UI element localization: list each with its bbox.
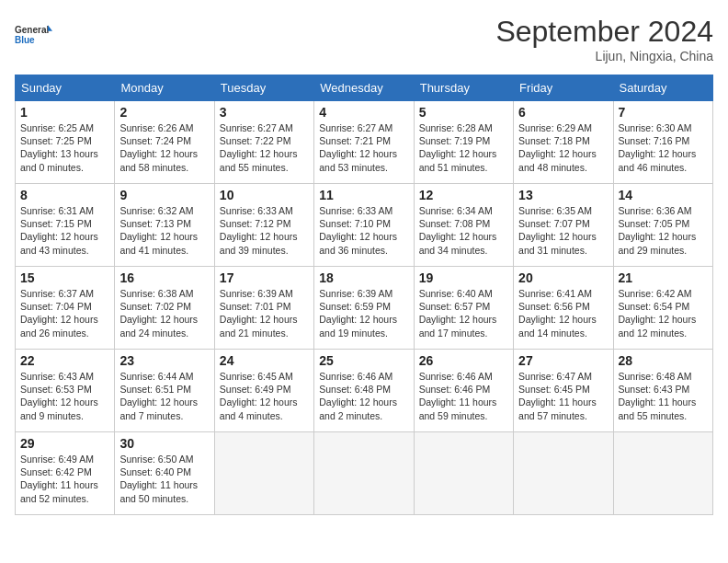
table-row: 21Sunrise: 6:42 AMSunset: 6:54 PMDayligh… bbox=[613, 267, 712, 350]
table-row: 10Sunrise: 6:33 AMSunset: 7:12 PMDayligh… bbox=[214, 184, 313, 267]
day-number: 11 bbox=[319, 188, 408, 202]
calendar-week-row: 29Sunrise: 6:49 AMSunset: 6:42 PMDayligh… bbox=[16, 432, 713, 515]
day-number: 30 bbox=[119, 436, 209, 451]
table-row: 6Sunrise: 6:29 AMSunset: 7:18 PMDaylight… bbox=[514, 101, 613, 184]
day-number: 23 bbox=[119, 353, 209, 368]
day-number: 7 bbox=[619, 105, 708, 120]
day-info: Sunrise: 6:27 AMSunset: 7:21 PMDaylight:… bbox=[319, 122, 397, 173]
day-info: Sunrise: 6:33 AMSunset: 7:12 PMDaylight:… bbox=[220, 205, 298, 256]
table-row: 11Sunrise: 6:33 AMSunset: 7:10 PMDayligh… bbox=[314, 184, 414, 267]
day-number: 14 bbox=[619, 188, 708, 202]
table-row bbox=[613, 432, 712, 515]
table-row: 3Sunrise: 6:27 AMSunset: 7:22 PMDaylight… bbox=[214, 101, 313, 184]
day-info: Sunrise: 6:40 AMSunset: 6:57 PMDaylight:… bbox=[419, 288, 497, 339]
svg-marker-2 bbox=[48, 25, 52, 31]
day-info: Sunrise: 6:46 AMSunset: 6:48 PMDaylight:… bbox=[319, 371, 397, 421]
day-number: 6 bbox=[518, 105, 608, 120]
col-saturday: Saturday bbox=[613, 75, 712, 101]
table-row: 26Sunrise: 6:46 AMSunset: 6:46 PMDayligh… bbox=[414, 350, 513, 432]
day-number: 4 bbox=[319, 105, 408, 120]
day-info: Sunrise: 6:29 AMSunset: 7:18 PMDaylight:… bbox=[518, 122, 597, 173]
day-info: Sunrise: 6:36 AMSunset: 7:05 PMDaylight:… bbox=[619, 205, 697, 256]
table-row bbox=[514, 432, 613, 515]
title-block: September 2024 Lijun, Ningxia, China bbox=[495, 15, 713, 63]
day-number: 20 bbox=[518, 270, 608, 285]
table-row bbox=[214, 432, 313, 515]
day-number: 9 bbox=[119, 188, 209, 202]
calendar-week-row: 15Sunrise: 6:37 AMSunset: 7:04 PMDayligh… bbox=[16, 267, 713, 350]
calendar-header-row: Sunday Monday Tuesday Wednesday Thursday… bbox=[16, 75, 713, 101]
table-row: 8Sunrise: 6:31 AMSunset: 7:15 PMDaylight… bbox=[16, 184, 115, 267]
day-info: Sunrise: 6:44 AMSunset: 6:51 PMDaylight:… bbox=[119, 371, 198, 421]
day-info: Sunrise: 6:34 AMSunset: 7:08 PMDaylight:… bbox=[419, 205, 497, 256]
day-number: 22 bbox=[20, 353, 109, 368]
table-row: 18Sunrise: 6:39 AMSunset: 6:59 PMDayligh… bbox=[314, 267, 414, 350]
day-info: Sunrise: 6:26 AMSunset: 7:24 PMDaylight:… bbox=[119, 122, 198, 173]
month-title: September 2024 bbox=[495, 15, 713, 49]
table-row: 30Sunrise: 6:50 AMSunset: 6:40 PMDayligh… bbox=[115, 432, 214, 515]
table-row: 23Sunrise: 6:44 AMSunset: 6:51 PMDayligh… bbox=[115, 350, 214, 432]
day-info: Sunrise: 6:38 AMSunset: 7:02 PMDaylight:… bbox=[119, 288, 198, 339]
day-info: Sunrise: 6:47 AMSunset: 6:45 PMDaylight:… bbox=[518, 371, 597, 421]
table-row: 28Sunrise: 6:48 AMSunset: 6:43 PMDayligh… bbox=[613, 350, 712, 432]
calendar-week-row: 1Sunrise: 6:25 AMSunset: 7:25 PMDaylight… bbox=[16, 101, 713, 184]
day-info: Sunrise: 6:49 AMSunset: 6:42 PMDaylight:… bbox=[20, 454, 98, 504]
svg-text:Blue: Blue bbox=[15, 35, 35, 45]
day-number: 29 bbox=[20, 436, 109, 451]
table-row: 16Sunrise: 6:38 AMSunset: 7:02 PMDayligh… bbox=[115, 267, 214, 350]
table-row bbox=[314, 432, 414, 515]
day-number: 1 bbox=[20, 105, 109, 120]
day-number: 28 bbox=[619, 353, 708, 368]
table-row: 19Sunrise: 6:40 AMSunset: 6:57 PMDayligh… bbox=[414, 267, 513, 350]
svg-text:General: General bbox=[15, 25, 49, 35]
day-number: 19 bbox=[419, 270, 508, 285]
day-number: 8 bbox=[20, 188, 109, 202]
col-thursday: Thursday bbox=[414, 75, 513, 101]
day-info: Sunrise: 6:43 AMSunset: 6:53 PMDaylight:… bbox=[20, 371, 98, 421]
day-number: 5 bbox=[419, 105, 508, 120]
table-row: 22Sunrise: 6:43 AMSunset: 6:53 PMDayligh… bbox=[16, 350, 115, 432]
day-number: 24 bbox=[220, 353, 309, 368]
day-number: 12 bbox=[419, 188, 508, 202]
table-row: 13Sunrise: 6:35 AMSunset: 7:07 PMDayligh… bbox=[514, 184, 613, 267]
table-row bbox=[414, 432, 513, 515]
day-info: Sunrise: 6:32 AMSunset: 7:13 PMDaylight:… bbox=[119, 205, 198, 256]
table-row: 29Sunrise: 6:49 AMSunset: 6:42 PMDayligh… bbox=[16, 432, 115, 515]
day-info: Sunrise: 6:25 AMSunset: 7:25 PMDaylight:… bbox=[20, 122, 98, 173]
day-number: 10 bbox=[220, 188, 309, 202]
logo: General Blue bbox=[15, 15, 56, 56]
day-info: Sunrise: 6:30 AMSunset: 7:16 PMDaylight:… bbox=[619, 122, 697, 173]
calendar-week-row: 8Sunrise: 6:31 AMSunset: 7:15 PMDaylight… bbox=[16, 184, 713, 267]
day-info: Sunrise: 6:45 AMSunset: 6:49 PMDaylight:… bbox=[220, 371, 298, 421]
day-info: Sunrise: 6:27 AMSunset: 7:22 PMDaylight:… bbox=[220, 122, 298, 173]
col-tuesday: Tuesday bbox=[214, 75, 313, 101]
table-row: 2Sunrise: 6:26 AMSunset: 7:24 PMDaylight… bbox=[115, 101, 214, 184]
day-info: Sunrise: 6:41 AMSunset: 6:56 PMDaylight:… bbox=[518, 288, 597, 339]
table-row: 12Sunrise: 6:34 AMSunset: 7:08 PMDayligh… bbox=[414, 184, 513, 267]
day-info: Sunrise: 6:33 AMSunset: 7:10 PMDaylight:… bbox=[319, 205, 397, 256]
table-row: 1Sunrise: 6:25 AMSunset: 7:25 PMDaylight… bbox=[16, 101, 115, 184]
table-row: 7Sunrise: 6:30 AMSunset: 7:16 PMDaylight… bbox=[613, 101, 712, 184]
calendar-body: 1Sunrise: 6:25 AMSunset: 7:25 PMDaylight… bbox=[16, 101, 713, 515]
table-row: 27Sunrise: 6:47 AMSunset: 6:45 PMDayligh… bbox=[514, 350, 613, 432]
day-number: 18 bbox=[319, 270, 408, 285]
day-info: Sunrise: 6:50 AMSunset: 6:40 PMDaylight:… bbox=[119, 454, 198, 504]
table-row: 15Sunrise: 6:37 AMSunset: 7:04 PMDayligh… bbox=[16, 267, 115, 350]
day-number: 2 bbox=[119, 105, 209, 120]
day-number: 21 bbox=[619, 270, 708, 285]
day-info: Sunrise: 6:28 AMSunset: 7:19 PMDaylight:… bbox=[419, 122, 497, 173]
table-row: 17Sunrise: 6:39 AMSunset: 7:01 PMDayligh… bbox=[214, 267, 313, 350]
table-row: 25Sunrise: 6:46 AMSunset: 6:48 PMDayligh… bbox=[314, 350, 414, 432]
calendar-table: Sunday Monday Tuesday Wednesday Thursday… bbox=[15, 75, 713, 515]
day-number: 15 bbox=[20, 270, 109, 285]
col-wednesday: Wednesday bbox=[314, 75, 414, 101]
table-row: 20Sunrise: 6:41 AMSunset: 6:56 PMDayligh… bbox=[514, 267, 613, 350]
day-info: Sunrise: 6:35 AMSunset: 7:07 PMDaylight:… bbox=[518, 205, 597, 256]
location: Lijun, Ningxia, China bbox=[495, 49, 713, 63]
table-row: 24Sunrise: 6:45 AMSunset: 6:49 PMDayligh… bbox=[214, 350, 313, 432]
col-monday: Monday bbox=[115, 75, 214, 101]
table-row: 4Sunrise: 6:27 AMSunset: 7:21 PMDaylight… bbox=[314, 101, 414, 184]
day-info: Sunrise: 6:31 AMSunset: 7:15 PMDaylight:… bbox=[20, 205, 98, 256]
col-sunday: Sunday bbox=[16, 75, 115, 101]
day-info: Sunrise: 6:46 AMSunset: 6:46 PMDaylight:… bbox=[419, 371, 497, 421]
